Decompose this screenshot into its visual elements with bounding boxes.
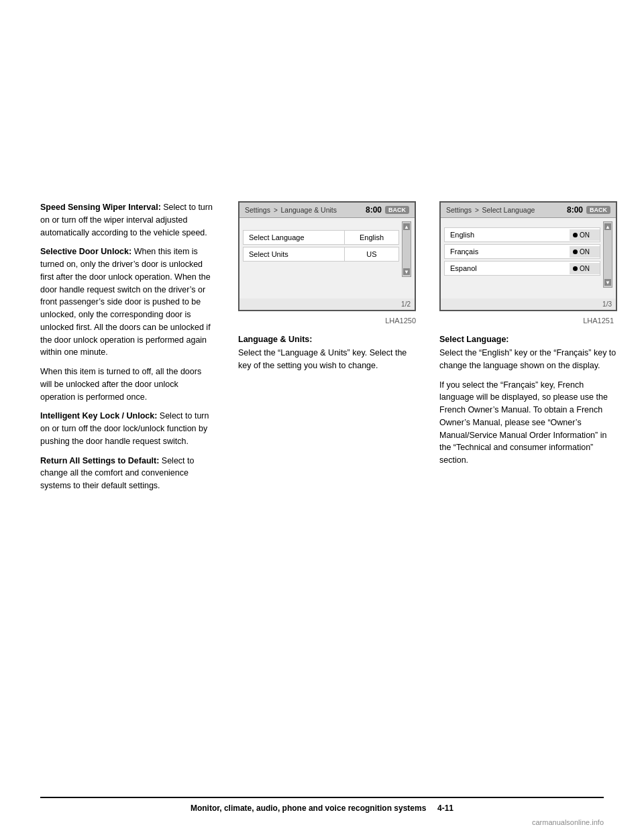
- time-back-2: 8:00 BACK: [567, 205, 610, 215]
- back-button-2[interactable]: BACK: [586, 206, 610, 214]
- selective-door-off-para: When this item is turned to off, all the…: [40, 366, 215, 403]
- return-settings-para: Return All Settings to Default: Select t…: [40, 455, 215, 492]
- rows-container-2: English ON Français ON: [444, 221, 600, 288]
- image-label-1: LHA1250: [238, 317, 419, 325]
- page-indicator-1: 1/2: [401, 300, 411, 308]
- breadcrumb-arrow-2: >: [475, 207, 481, 214]
- on-label-english: ON: [580, 231, 590, 239]
- scrollbar-1: ▲ ▼: [402, 221, 411, 277]
- screen-header-2: Settings > Select Language 8:00 BACK: [441, 203, 616, 218]
- lang-name-english: English: [445, 228, 570, 241]
- breadcrumb-left-1: Settings: [245, 206, 270, 214]
- screen-body-1: Select Language English Select Units US …: [239, 218, 415, 298]
- caption-text-right-2: If you select the “Français” key, French…: [439, 379, 617, 467]
- row-label-select-units: Select Units: [244, 247, 345, 261]
- screen-body-2: English ON Français ON: [441, 218, 616, 298]
- main-section: Speed Sensing Wiper Interval: Select to …: [40, 201, 604, 499]
- row-value-select-units: US: [345, 247, 398, 261]
- scroll-down-2[interactable]: ▼: [604, 279, 611, 286]
- breadcrumb-left-2: Settings: [446, 206, 472, 214]
- page-footer: Monitor, climate, audio, phone and voice…: [40, 797, 604, 813]
- center-column: Settings > Language & Units 8:00 BACK: [228, 201, 429, 379]
- selective-door-label: Selective Door Unlock:: [40, 247, 131, 256]
- dot-english: [573, 233, 578, 237]
- time-back-1: 8:00 BACK: [366, 205, 409, 215]
- screen-time-2: 8:00: [567, 205, 583, 215]
- scroll-up-1[interactable]: ▲: [403, 223, 410, 230]
- select-language-screen: Settings > Select Language 8:00 BACK: [439, 201, 617, 311]
- row-value-select-language: English: [345, 231, 398, 244]
- breadcrumb-2: Settings > Select Language: [446, 206, 535, 214]
- screen-header-1: Settings > Language & Units 8:00 BACK: [239, 203, 415, 218]
- breadcrumb-right-2: Select Language: [482, 206, 535, 214]
- scroll-up-2[interactable]: ▲: [604, 223, 611, 230]
- screen-time-1: 8:00: [366, 205, 382, 215]
- breadcrumb-right-1: Language & Units: [281, 206, 337, 214]
- scroll-down-1[interactable]: ▼: [403, 268, 410, 275]
- scroll-area-1: Select Language English Select Units US …: [243, 221, 411, 277]
- lang-row-francais[interactable]: Français ON: [444, 244, 600, 259]
- rows-container-1: Select Language English Select Units US: [243, 221, 399, 277]
- dot-francais: [573, 249, 578, 254]
- page-number: 4-11: [437, 803, 453, 813]
- screen-footer-1: 1/2: [239, 298, 415, 310]
- lang-status-english: ON: [570, 229, 600, 241]
- selective-door-para: Selective Door Unlock: When this item is…: [40, 245, 215, 359]
- scroll-area-2: English ON Français ON: [444, 221, 612, 288]
- lang-row-english[interactable]: English ON: [444, 227, 600, 242]
- footer-text: Monitor, climate, audio, phone and voice…: [191, 803, 426, 813]
- caption-text-right-1: Select the “English” key or the “Françai…: [439, 347, 617, 372]
- on-label-espanol: ON: [580, 265, 590, 272]
- dot-espanol: [573, 266, 578, 271]
- breadcrumb-1: Settings > Language & Units: [245, 206, 337, 214]
- intelligent-key-para: Intelligent Key Lock / Unlock: Select to…: [40, 410, 215, 447]
- watermark: carmanualsonline.info: [532, 818, 604, 826]
- speed-sensing-label: Speed Sensing Wiper Interval:: [40, 203, 161, 212]
- screen-row-select-language[interactable]: Select Language English: [243, 230, 399, 245]
- row-label-select-language: Select Language: [244, 231, 345, 244]
- page-indicator-2: 1/3: [602, 300, 612, 308]
- lang-name-francais: Français: [445, 245, 570, 258]
- right-column: Settings > Select Language 8:00 BACK: [429, 201, 617, 474]
- return-settings-label: Return All Settings to Default:: [40, 456, 159, 465]
- intelligent-key-label: Intelligent Key Lock / Unlock:: [40, 411, 157, 421]
- left-column: Speed Sensing Wiper Interval: Select to …: [40, 201, 228, 499]
- scrollbar-2: ▲ ▼: [603, 221, 612, 288]
- top-spacer: [40, 27, 604, 201]
- lang-name-espanol: Espanol: [445, 262, 570, 275]
- selective-door-text: When this item is turned on, only the dr…: [40, 247, 211, 357]
- screen-footer-2: 1/3: [441, 298, 616, 310]
- speed-sensing-para: Speed Sensing Wiper Interval: Select to …: [40, 201, 215, 239]
- breadcrumb-arrow-1: >: [274, 207, 280, 214]
- lang-status-espanol: ON: [570, 263, 600, 274]
- caption-heading-2: Select Language:: [439, 335, 617, 344]
- page-content: Speed Sensing Wiper Interval: Select to …: [0, 0, 644, 526]
- language-units-screen: Settings > Language & Units 8:00 BACK: [238, 201, 416, 311]
- caption-text-1: Select the “Language & Units” key. Selec…: [238, 347, 419, 372]
- lang-row-espanol[interactable]: Espanol ON: [444, 261, 600, 276]
- on-label-francais: ON: [580, 248, 590, 256]
- lang-status-francais: ON: [570, 246, 600, 258]
- back-button-1[interactable]: BACK: [385, 206, 409, 214]
- selective-door-off-text: When this item is turned to off, all the…: [40, 367, 201, 402]
- caption-heading-1: Language & Units:: [238, 335, 419, 344]
- image-label-2: LHA1251: [439, 317, 617, 325]
- screen-row-select-units[interactable]: Select Units US: [243, 247, 399, 262]
